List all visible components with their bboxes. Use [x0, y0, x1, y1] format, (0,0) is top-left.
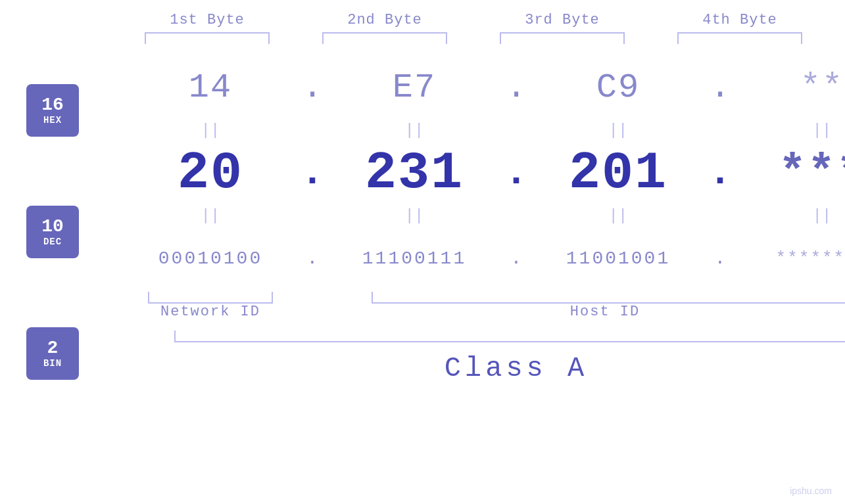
dec-badge-type: DEC — [43, 237, 62, 247]
bin-cell-2: 11100111 — [326, 248, 503, 269]
byte-4-label: 4th Byte — [702, 12, 777, 28]
equals-row-2: || || || || — [122, 202, 845, 229]
bin-cell-4: ******** — [733, 248, 845, 268]
bin-dot-3: . — [707, 248, 733, 269]
bracket-top-3 — [500, 32, 625, 44]
dec-val-2: 231 — [365, 143, 464, 203]
dec-cell-4: *** — [733, 147, 845, 199]
bottom-brackets — [122, 292, 845, 304]
bin-row: 00010100 . 11100111 . 11001001 . *******… — [122, 229, 845, 288]
byte-2-label: 2nd Byte — [347, 12, 422, 28]
watermark: ipshu.com — [790, 486, 832, 496]
hex-val-2: E7 — [393, 68, 436, 107]
hex-val-4: ** — [800, 68, 844, 107]
hex-cell-4: ** — [733, 68, 845, 107]
dec-dot-3: . — [707, 150, 733, 195]
byte-col-2: 2nd Byte — [296, 12, 473, 44]
bin-badge-number: 2 — [47, 338, 59, 359]
hex-row: 14 . E7 . C9 . ** — [122, 58, 845, 117]
hex-dot-1: . — [299, 68, 326, 107]
byte-col-3: 3rd Byte — [473, 12, 651, 44]
dec-badge: 10 DEC — [26, 206, 79, 258]
host-id-label: Host ID — [570, 304, 640, 320]
main-layout: 1st Byte 2nd Byte 3rd Byte 4th Byte 16 H… — [0, 0, 845, 504]
byte-3-label: 3rd Byte — [525, 12, 600, 28]
dec-dot-1: . — [299, 150, 326, 195]
bin-dot-2: . — [503, 248, 529, 269]
dec-val-3: 201 — [569, 143, 667, 203]
bin-val-1: 00010100 — [158, 248, 262, 269]
bin-val-4: ******** — [776, 248, 845, 268]
dec-cell-2: 231 — [326, 143, 503, 203]
hex-cell-3: C9 — [529, 68, 707, 107]
bin-cell-3: 11001001 — [529, 248, 707, 269]
byte-col-4: 4th Byte — [651, 12, 829, 44]
bin-cell-1: 00010100 — [122, 248, 299, 269]
network-bracket-inner — [148, 292, 273, 304]
equals-row-1: || || || || — [122, 117, 845, 143]
bracket-top-1 — [145, 32, 270, 44]
bracket-top-4 — [677, 32, 802, 44]
bracket-top-2 — [322, 32, 447, 44]
byte-headers: 1st Byte 2nd Byte 3rd Byte 4th Byte — [0, 12, 845, 44]
byte-1-label: 1st Byte — [170, 12, 245, 28]
bin-badge-type: BIN — [43, 358, 62, 369]
full-bracket — [174, 331, 845, 342]
dec-cell-3: 201 — [529, 143, 707, 203]
network-id-label: Network ID — [160, 304, 260, 320]
values-grid: 14 . E7 . C9 . ** || || — [122, 58, 845, 384]
dec-row: 20 . 231 . 201 . *** — [122, 143, 845, 202]
hex-dot-2: . — [503, 68, 529, 107]
dec-cell-1: 20 — [122, 143, 299, 203]
bin-badge: 2 BIN — [26, 327, 79, 380]
hex-cell-1: 14 — [122, 68, 299, 107]
dec-dot-2: . — [503, 150, 529, 195]
id-labels-row: Network ID Host ID — [122, 304, 845, 320]
dec-badge-number: 10 — [41, 217, 64, 237]
hex-badge-type: HEX — [43, 115, 62, 126]
hex-badge-number: 16 — [41, 95, 64, 116]
hex-val-3: C9 — [596, 68, 640, 107]
hex-cell-2: E7 — [326, 68, 503, 107]
class-row: Class A — [122, 353, 845, 384]
badge-column: 16 HEX 10 DEC 2 BIN — [26, 84, 79, 380]
dec-val-4: *** — [779, 147, 845, 199]
byte-col-1: 1st Byte — [118, 12, 296, 44]
hex-dot-3: . — [707, 68, 733, 107]
hex-val-1: 14 — [189, 68, 232, 107]
dec-val-1: 20 — [178, 143, 243, 203]
hex-badge: 16 HEX — [26, 84, 79, 137]
class-label: Class A — [445, 353, 588, 384]
bin-val-2: 11100111 — [362, 248, 466, 269]
bin-dot-1: . — [299, 248, 326, 269]
host-bracket-inner — [372, 292, 845, 304]
bin-val-3: 11001001 — [566, 248, 670, 269]
full-bracket-row — [122, 331, 845, 342]
